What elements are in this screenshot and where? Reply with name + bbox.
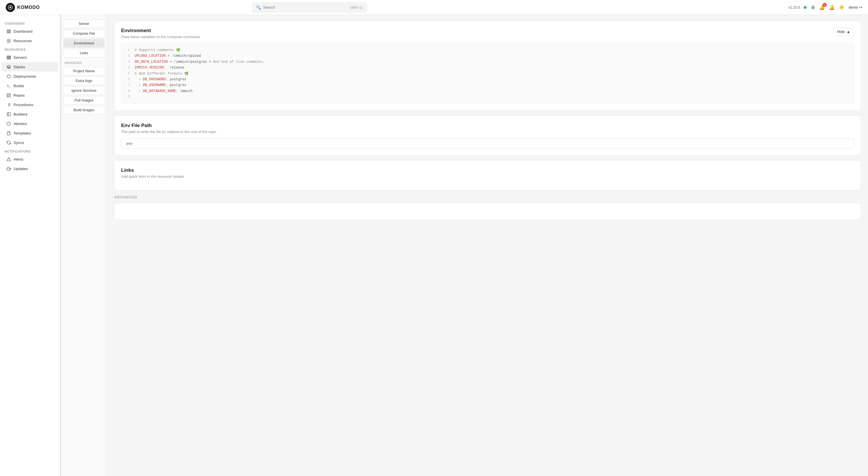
updates-icon bbox=[6, 166, 11, 171]
btn-compose-file[interactable]: Compose File bbox=[63, 29, 104, 38]
syncs-icon bbox=[6, 140, 11, 145]
svg-rect-2 bbox=[9, 30, 10, 31]
alerters-label: Alerters bbox=[13, 122, 27, 126]
svg-rect-3 bbox=[7, 32, 8, 33]
search-bar[interactable]: 🔍 shift + s bbox=[252, 3, 367, 12]
sidebar-item-updates[interactable]: Updates bbox=[2, 164, 58, 173]
servers-icon bbox=[6, 55, 11, 60]
sidebar-item-procedures[interactable]: Procedures bbox=[2, 100, 58, 109]
theme-icon[interactable]: ☀️ bbox=[839, 5, 844, 10]
alert-icon[interactable]: 🔔 1 bbox=[819, 5, 825, 10]
links-subtitle: Add quick links in the resource header bbox=[121, 174, 854, 179]
svg-rect-7 bbox=[7, 56, 11, 57]
environment-subtitle: Pass these variables to the compose comm… bbox=[121, 35, 199, 39]
btn-extra-args[interactable]: Extra Args bbox=[63, 76, 104, 85]
btn-pull-images[interactable]: Pull Images bbox=[63, 96, 104, 105]
topbar: KOMODO 🔍 shift + s v1.15.0 🖥 🔔 1 🔔 ☀️ de… bbox=[0, 0, 868, 15]
svg-rect-8 bbox=[7, 57, 11, 58]
svg-point-5 bbox=[7, 39, 11, 43]
btn-ignore-services[interactable]: Ignore Services bbox=[63, 86, 104, 95]
logout-icon: ↪ bbox=[859, 5, 862, 9]
sidebar-item-dashboard[interactable]: Dashboard bbox=[2, 27, 58, 36]
advanced-section-label: ADVANCED bbox=[63, 59, 104, 66]
user-button[interactable]: demo ↪ bbox=[848, 5, 862, 9]
topbar-right: v1.15.0 🖥 🔔 1 🔔 ☀️ demo ↪ bbox=[788, 5, 862, 10]
sidebar-item-syncs[interactable]: Syncs bbox=[2, 138, 58, 147]
templates-icon bbox=[6, 131, 11, 135]
monitor-icon[interactable]: 🖥 bbox=[811, 5, 815, 10]
procedures-label: Procedures bbox=[13, 103, 33, 107]
search-icon: 🔍 bbox=[256, 5, 261, 10]
version-badge: v1.15.0 bbox=[788, 5, 800, 9]
sidebar-item-builds[interactable]: Builds bbox=[2, 81, 58, 90]
procedures-icon bbox=[6, 102, 11, 107]
sidebar-item-templates[interactable]: Templates bbox=[2, 129, 58, 138]
notifications-section-label: Notifications bbox=[0, 147, 60, 154]
alerters-icon bbox=[6, 121, 11, 126]
notification-badge: 1 bbox=[823, 3, 827, 7]
sidebar-item-builders[interactable]: Builders bbox=[2, 109, 58, 119]
resources-icon bbox=[6, 38, 11, 43]
links-card: Links Add quick links in the resource he… bbox=[114, 160, 861, 191]
svg-point-6 bbox=[8, 40, 9, 41]
sidebar-item-stacks[interactable]: Stacks bbox=[2, 62, 58, 71]
env-file-path-input[interactable] bbox=[121, 138, 854, 148]
code-line-3: 3 DB_DATA_LOCATION = /immich/postgres # … bbox=[126, 59, 849, 65]
hide-button[interactable]: Hide ▲ bbox=[833, 28, 854, 36]
code-line-1: 1 # Supports comments 🌿 bbox=[126, 47, 849, 53]
code-line-7: 7 - DB_USERNAME: postgres bbox=[126, 82, 849, 88]
hide-label: Hide bbox=[837, 30, 845, 34]
chevron-up-icon: ▲ bbox=[846, 30, 850, 34]
alerts-label: Alerts bbox=[13, 157, 24, 162]
env-file-path-title: Env File Path bbox=[121, 123, 854, 129]
repos-icon bbox=[6, 93, 11, 98]
syncs-label: Syncs bbox=[13, 140, 24, 145]
builds-icon bbox=[6, 83, 11, 88]
logo-text: KOMODO bbox=[17, 5, 40, 10]
logo-icon bbox=[6, 3, 15, 12]
main-content: Environment Pass these variables to the … bbox=[107, 15, 868, 476]
svg-rect-4 bbox=[9, 32, 10, 33]
environment-card-header: Environment Pass these variables to the … bbox=[121, 28, 854, 43]
code-line-9: 9 bbox=[126, 94, 849, 100]
sidebar-item-repos[interactable]: Repos bbox=[2, 91, 58, 100]
overviews-label: Overviews bbox=[0, 20, 60, 26]
code-line-2: 2 UPLOAD_LOCATION = /immich/upload bbox=[126, 53, 849, 59]
sidebar-item-alerts[interactable]: Alerts bbox=[2, 155, 58, 164]
btn-server[interactable]: Server bbox=[63, 20, 104, 28]
deployments-label: Deployments bbox=[13, 74, 36, 78]
user-label: demo bbox=[848, 5, 858, 9]
secondary-panel: Server Compose File Environment Links AD… bbox=[61, 15, 107, 476]
advanced-label: ADVANCED bbox=[114, 195, 861, 199]
links-title: Links bbox=[121, 167, 854, 173]
btn-links[interactable]: Links bbox=[63, 49, 104, 57]
code-line-8: 8 - DB_DATABASE_NAME: immich bbox=[126, 88, 849, 94]
code-line-5: 5 # And different formats 🌿 bbox=[126, 71, 849, 76]
bell-icon[interactable]: 🔔 bbox=[829, 5, 835, 10]
environment-card-title-area: Environment Pass these variables to the … bbox=[121, 28, 199, 43]
svg-rect-9 bbox=[7, 58, 11, 59]
dashboard-icon bbox=[6, 29, 11, 34]
deployments-icon bbox=[6, 74, 11, 78]
logo: KOMODO bbox=[6, 3, 40, 12]
sidebar-item-resources[interactable]: Resources bbox=[2, 36, 58, 45]
search-input[interactable] bbox=[263, 5, 347, 9]
btn-build-images[interactable]: Build Images bbox=[63, 106, 104, 114]
resources-label: Resources bbox=[13, 39, 32, 43]
stacks-icon bbox=[6, 65, 11, 69]
btn-environment[interactable]: Environment bbox=[63, 39, 104, 47]
sidebar-item-deployments[interactable]: Deployments bbox=[2, 72, 58, 81]
builds-label: Builds bbox=[13, 84, 24, 88]
templates-label: Templates bbox=[13, 131, 31, 135]
builders-icon bbox=[6, 112, 11, 116]
resources-label: Resources bbox=[0, 45, 60, 53]
btn-project-name[interactable]: Project Name bbox=[63, 67, 104, 75]
code-line-6: 6 - DB_PASSWORD: postgres bbox=[126, 76, 849, 82]
builders-label: Builders bbox=[13, 112, 28, 116]
code-line-4: 4 IMMICH_VERSION: release bbox=[126, 65, 849, 71]
sidebar-item-servers[interactable]: Servers bbox=[2, 53, 58, 62]
sidebar-item-alerters[interactable]: Alerters bbox=[2, 119, 58, 128]
environment-card: Environment Pass these variables to the … bbox=[114, 21, 861, 111]
stacks-label: Stacks bbox=[13, 65, 25, 69]
svg-rect-18 bbox=[7, 112, 10, 115]
